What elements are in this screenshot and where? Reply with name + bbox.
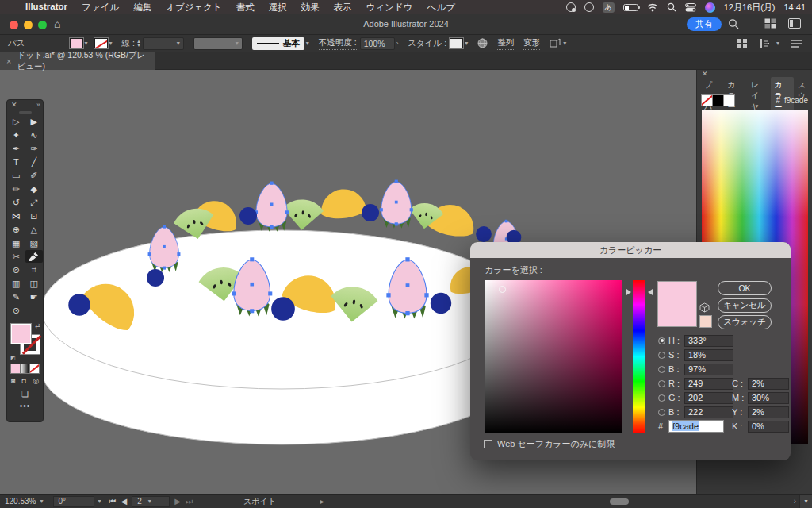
close-tools-icon[interactable]: ✕ <box>11 101 17 109</box>
selection-tool[interactable]: ▶ <box>25 115 44 128</box>
edit-toolbar-icon[interactable]: ••• <box>20 402 31 410</box>
scroll-right-icon[interactable]: › <box>794 497 796 506</box>
control-center-icon[interactable] <box>685 3 696 12</box>
radio-r[interactable] <box>658 380 665 387</box>
eyedropper-tool[interactable] <box>25 250 44 263</box>
h-input[interactable]: 333° <box>684 335 733 347</box>
horizontal-scrollbar[interactable] <box>329 498 789 506</box>
s-input[interactable]: 18% <box>684 349 733 361</box>
pencil-tool[interactable]: ✎ <box>7 291 25 303</box>
document-tab[interactable]: × ドット.ai* @ 120.53 % (RGB/プレビュー) <box>0 52 155 70</box>
share-button[interactable]: 共有 <box>687 17 722 31</box>
status-divider-icon[interactable]: ▸ <box>320 497 324 506</box>
brush-definition-dropdown[interactable]: ▾ <box>193 37 243 50</box>
type-tool[interactable]: T <box>7 156 25 168</box>
profile-chevron-icon[interactable]: ▾ <box>306 40 309 47</box>
menu-window[interactable]: ウィンドウ <box>366 2 413 13</box>
menubar-extra-icon-1[interactable] <box>566 2 576 12</box>
stroke-profile-dropdown[interactable]: 基本 <box>252 37 304 50</box>
swatch-button[interactable]: スウォッチ <box>718 315 772 329</box>
out-of-web-color-cube-icon[interactable] <box>699 302 710 313</box>
lasso-tool[interactable]: ∿ <box>25 129 44 141</box>
menu-help[interactable]: ヘルプ <box>427 2 455 13</box>
artboard-tool[interactable]: ⌗ <box>25 264 44 276</box>
rotation-chevron-icon[interactable]: ▾ <box>98 498 102 505</box>
wifi-icon[interactable] <box>647 3 658 12</box>
radio-s[interactable] <box>658 352 665 359</box>
menu-type[interactable]: 書式 <box>236 2 255 13</box>
draw-normal-icon[interactable]: ◙ <box>11 377 15 385</box>
hue-arrow-left-icon[interactable] <box>626 289 631 295</box>
menubar-extra-icon-2[interactable] <box>584 2 594 12</box>
style-chevron-icon[interactable]: ▾ <box>465 40 468 47</box>
workspace-switcher-icon[interactable] <box>788 18 801 29</box>
isolate-chevron-icon[interactable]: ▾ <box>563 40 566 47</box>
paintbrush-tool[interactable]: ✐ <box>25 169 44 182</box>
draw-behind-icon[interactable]: ◘ <box>22 377 26 385</box>
shaper-tool[interactable]: ✏ <box>7 183 25 195</box>
stroke-weight-dropdown[interactable]: ▾ <box>143 37 184 50</box>
menubar-time[interactable]: 14:41 <box>783 2 806 12</box>
menu-illustrator[interactable]: Illustrator <box>25 2 67 13</box>
white-swatch[interactable] <box>724 95 734 106</box>
m-input[interactable]: 30% <box>748 392 789 404</box>
radio-b2[interactable] <box>658 409 665 416</box>
fill-chevron-icon[interactable]: ▾ <box>85 40 88 47</box>
siri-icon[interactable] <box>705 2 715 13</box>
eraser-tool[interactable]: ◆ <box>25 183 44 195</box>
mesh-tool[interactable]: ▦ <box>7 237 25 249</box>
isolate-object-icon[interactable] <box>550 38 561 48</box>
opacity-expand-icon[interactable]: › <box>396 40 399 47</box>
slice-tool[interactable]: ◫ <box>25 277 44 290</box>
direct-selection-tool[interactable]: ▷ <box>7 115 25 128</box>
document-setup-globe-icon[interactable] <box>477 38 488 48</box>
blend-tool[interactable]: ⊚ <box>7 264 25 276</box>
fill-indicator[interactable] <box>11 324 31 344</box>
prev-artboard-icon[interactable]: ◀ <box>121 497 128 506</box>
none-mode-button[interactable] <box>30 364 39 373</box>
close-document-icon[interactable]: × <box>6 56 11 66</box>
scrollbar-thumb[interactable] <box>610 498 629 505</box>
menu-file[interactable]: ファイル <box>82 2 119 13</box>
collapse-tools-icon[interactable]: » <box>36 101 40 109</box>
radio-b[interactable] <box>658 366 665 373</box>
scroll-corner-dropdown[interactable]: ▾ <box>799 495 812 508</box>
perspective-grid-tool[interactable]: △ <box>25 223 44 236</box>
arrange-documents-icon[interactable] <box>764 18 777 29</box>
y-input[interactable]: 2% <box>748 406 789 418</box>
dialog-title[interactable]: カラーピッカー <box>470 242 791 258</box>
input-source-icon[interactable]: あ <box>603 2 615 13</box>
scale-tool[interactable]: ⤢ <box>25 196 44 209</box>
opacity-label[interactable]: 不透明度 : <box>319 37 357 50</box>
style-swatch[interactable] <box>450 38 463 48</box>
width-tool[interactable]: ⋈ <box>7 210 25 222</box>
none-swatch[interactable] <box>702 95 712 106</box>
r-input[interactable]: 249 <box>684 378 733 390</box>
menu-view[interactable]: 表示 <box>334 2 352 13</box>
fill-color-swatch[interactable] <box>70 38 83 48</box>
zoom-chevron-icon[interactable]: ▾ <box>40 498 43 505</box>
free-transform-tool[interactable]: ⊡ <box>25 210 44 222</box>
zoom-level[interactable]: 120.53% <box>5 497 36 506</box>
list-view-icon[interactable] <box>791 39 802 48</box>
gradient-tool[interactable]: ▨ <box>25 237 44 249</box>
b-input[interactable]: 97% <box>684 364 733 375</box>
search-icon[interactable] <box>728 18 739 29</box>
draw-inside-icon[interactable]: ◎ <box>33 377 39 385</box>
rotation-dropdown[interactable]: 0° <box>53 496 94 507</box>
hex-input[interactable]: f9cade <box>668 420 724 433</box>
menu-effect[interactable]: 効果 <box>301 2 320 13</box>
next-artboard-icon[interactable]: ▶ <box>174 497 181 506</box>
hex-value[interactable]: f9cade <box>784 96 808 105</box>
transform-button[interactable]: 変形 <box>523 37 540 50</box>
properties-grid-icon[interactable] <box>737 38 748 49</box>
shape-builder-tool[interactable]: ⊕ <box>7 223 25 236</box>
black-swatch[interactable] <box>713 95 723 106</box>
stroke-color-swatch[interactable] <box>94 38 108 48</box>
flow-chevron-icon[interactable]: ▾ <box>776 40 779 47</box>
zoom-tool[interactable]: ⊙ <box>7 304 25 317</box>
saturation-brightness-field[interactable] <box>485 280 622 433</box>
graph-tool[interactable]: ▥ <box>7 277 25 290</box>
last-artboard-icon[interactable]: ⏭ <box>186 497 193 506</box>
k-input[interactable]: 0% <box>748 421 789 433</box>
